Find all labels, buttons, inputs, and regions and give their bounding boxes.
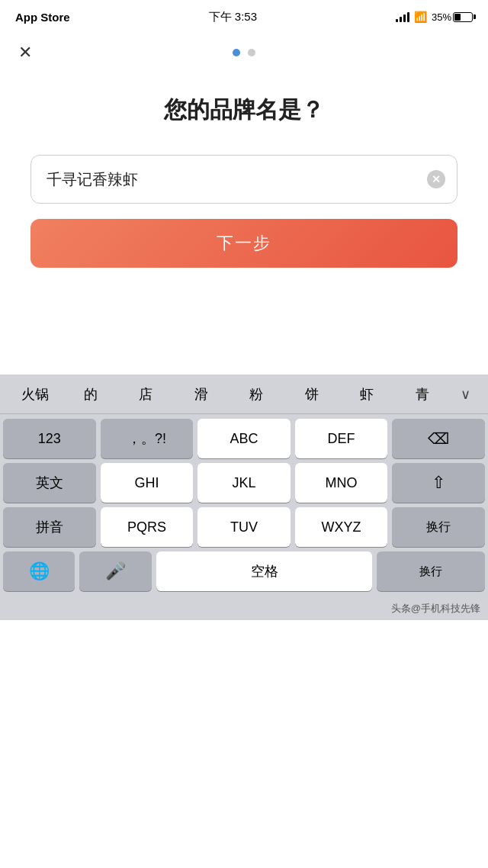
key-abc[interactable]: ABC	[197, 419, 291, 458]
carrier-label: App Store	[15, 11, 70, 24]
key-row-1: 123 ，。?! ABC DEF ⌫	[3, 419, 485, 458]
candidate-item[interactable]: 青	[395, 379, 451, 410]
clear-input-button[interactable]: ✕	[427, 170, 445, 188]
candidate-item[interactable]: 粉	[229, 379, 284, 410]
spacer	[0, 283, 488, 375]
key-wxyz[interactable]: WXYZ	[295, 507, 388, 547]
close-button[interactable]: ✕	[18, 43, 32, 63]
key-globe[interactable]: 🌐	[3, 551, 75, 591]
keyboard-area: 火锅 的 店 滑 粉 饼 虾 青 ∨ 123 ，。?! ABC DEF ⌫ 英文…	[0, 375, 488, 620]
backspace-key[interactable]: ⌫	[392, 419, 485, 458]
input-wrapper: ✕	[30, 155, 458, 204]
key-mno[interactable]: MNO	[295, 463, 388, 503]
key-punctuation[interactable]: ，。?!	[101, 419, 194, 458]
dot-2	[248, 49, 255, 56]
enter-key[interactable]: 换行	[392, 507, 485, 547]
battery-icon: 35%	[432, 11, 473, 23]
dot-1	[233, 49, 240, 56]
expand-candidates-button[interactable]: ∨	[450, 386, 480, 403]
battery-percent: 35%	[432, 11, 451, 23]
key-pqrs[interactable]: PQRS	[101, 507, 194, 547]
key-pinyin[interactable]: 拼音	[3, 507, 96, 547]
candidate-bar: 火锅 的 店 滑 粉 饼 虾 青 ∨	[0, 375, 488, 414]
key-def[interactable]: DEF	[295, 419, 388, 458]
key-row-3: 拼音 PQRS TUV WXYZ 换行	[3, 507, 485, 547]
brand-name-input[interactable]	[30, 155, 458, 204]
nav-bar: ✕	[0, 34, 488, 72]
battery-area: 📶 35%	[396, 11, 473, 23]
key-ghi[interactable]: GHI	[101, 463, 194, 503]
key-123[interactable]: 123	[3, 419, 96, 458]
key-jkl[interactable]: JKL	[197, 463, 291, 503]
page-indicator	[233, 49, 255, 56]
candidate-item[interactable]: 的	[63, 379, 119, 410]
shift-key[interactable]: ⇧	[392, 463, 485, 503]
candidate-item[interactable]: 火锅	[8, 379, 63, 410]
candidate-item[interactable]: 饼	[284, 379, 340, 410]
signal-icon	[396, 11, 409, 22]
watermark: 头条@手机科技先锋	[0, 599, 488, 620]
key-tuv[interactable]: TUV	[197, 507, 291, 547]
key-microphone[interactable]: 🎤	[79, 551, 151, 591]
time-label: 下午 3:53	[209, 10, 257, 24]
key-english[interactable]: 英文	[3, 463, 96, 503]
status-bar: App Store 下午 3:53 📶 35%	[0, 0, 488, 34]
candidate-item[interactable]: 滑	[174, 379, 230, 410]
key-enter-2[interactable]: 换行	[377, 551, 485, 591]
key-space[interactable]: 空格	[156, 551, 372, 591]
key-row-2: 英文 GHI JKL MNO ⇧	[3, 463, 485, 503]
page-title: 您的品牌名是？	[30, 95, 458, 124]
key-row-4: 🌐 🎤 空格 换行	[3, 551, 485, 591]
keyboard-rows: 123 ，。?! ABC DEF ⌫ 英文 GHI JKL MNO ⇧ 拼音 P…	[0, 414, 488, 599]
next-button[interactable]: 下一步	[30, 219, 458, 268]
main-content: 您的品牌名是？ ✕ 下一步	[0, 72, 488, 283]
candidate-item[interactable]: 店	[118, 379, 174, 410]
wifi-icon: 📶	[414, 11, 427, 23]
candidate-item[interactable]: 虾	[339, 379, 395, 410]
